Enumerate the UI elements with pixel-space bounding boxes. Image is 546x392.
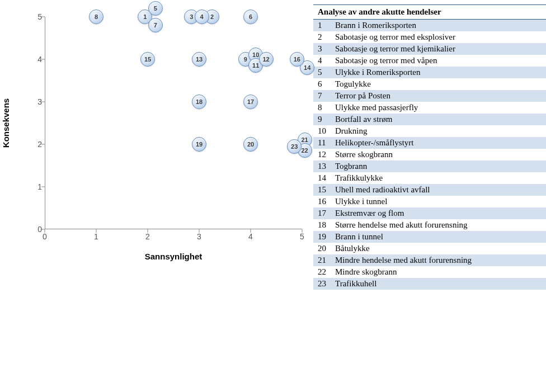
data-point-20: 20: [243, 137, 258, 152]
row-text: Togbrann: [331, 160, 546, 172]
row-num: 1: [313, 20, 331, 32]
row-text: Større hendelse med akutt forurensning: [331, 219, 546, 231]
row-text: Brann i Romeriksporten: [331, 20, 546, 32]
x-tick-label: 0: [43, 232, 47, 241]
data-point-23: 23: [287, 139, 302, 154]
table-header: Analyse av andre akutte hendelser: [313, 5, 546, 20]
x-tick-label: 3: [197, 232, 201, 241]
y-tick-label: 5: [31, 12, 42, 21]
table-row: 16Ulykke i tunnel: [313, 196, 546, 207]
y-tick-label: 3: [31, 97, 42, 106]
x-tick-label: 4: [248, 232, 253, 241]
row-num: 11: [313, 137, 331, 149]
scatter-chart: Konsekvens Sannsynlighet 012345012345123…: [0, 6, 313, 274]
table-row: 6Togulykke: [313, 78, 546, 90]
table-row: 22Mindre skogbrann: [313, 266, 546, 278]
row-num: 21: [313, 254, 331, 266]
row-text: Ulykke med passasjerfly: [331, 102, 546, 114]
row-num: 5: [313, 67, 331, 78]
page-container: Konsekvens Sannsynlighet 012345012345123…: [0, 0, 546, 392]
table-row: 10Drukning: [313, 125, 546, 137]
row-text: Ekstremvær og flom: [331, 207, 546, 219]
row-num: 13: [313, 160, 331, 172]
x-tick-label: 5: [300, 232, 304, 241]
table-row: 2Sabotasje og terror med eksplosiver: [313, 31, 546, 43]
row-text: Sabotasje og terror med kjemikalier: [331, 43, 546, 55]
y-tick-label: 2: [31, 140, 42, 149]
row-text: Uhell med radioaktivt avfall: [331, 184, 546, 196]
row-num: 15: [313, 184, 331, 196]
row-num: 4: [313, 55, 331, 67]
data-point-5: 5: [148, 1, 163, 16]
row-text: Helikopter-/småflystyrt: [331, 137, 546, 149]
row-num: 3: [313, 43, 331, 55]
table-row: 11Helikopter-/småflystyrt: [313, 137, 546, 149]
row-text: Mindre hendelse med akutt forurensning: [331, 254, 546, 266]
x-tick-label: 1: [94, 232, 98, 241]
y-tick-label: 4: [31, 55, 42, 64]
data-point-16: 16: [290, 52, 304, 67]
row-text: Togulykke: [331, 78, 546, 90]
row-text: Trafikkulykke: [331, 172, 546, 184]
legend-table: Analyse av andre akutte hendelser 1Brann…: [313, 4, 546, 290]
legend-table-panel: Analyse av andre akutte hendelser 1Brann…: [313, 4, 546, 392]
data-point-13: 13: [192, 52, 206, 67]
row-text: Mindre skogbrann: [331, 266, 546, 278]
table-row: 5Ulykke i Romeriksporten: [313, 67, 546, 78]
row-text: Sabotasje og terror med eksplosiver: [331, 31, 546, 43]
row-text: Båtulykke: [331, 243, 546, 254]
row-num: 12: [313, 149, 331, 160]
x-tick-label: 2: [145, 232, 150, 241]
row-num: 2: [313, 31, 331, 43]
data-point-17: 17: [243, 95, 258, 109]
data-point-6: 6: [243, 10, 258, 24]
row-text: Bortfall av strøm: [331, 114, 546, 125]
row-text: Terror på Posten: [331, 90, 546, 102]
table-row: 23Trafikkuhell: [313, 278, 546, 290]
table-row: 20Båtulykke: [313, 243, 546, 254]
data-point-8: 8: [89, 10, 103, 24]
row-num: 22: [313, 266, 331, 278]
table-row: 9Bortfall av strøm: [313, 114, 546, 125]
row-num: 9: [313, 114, 331, 125]
row-text: Trafikkuhell: [331, 278, 546, 290]
table-row: 13Togbrann: [313, 160, 546, 172]
row-text: Ulykke i tunnel: [331, 196, 546, 207]
y-axis-label: Konsekvens: [1, 98, 11, 148]
row-num: 17: [313, 207, 331, 219]
row-text: Drukning: [331, 125, 546, 137]
row-num: 7: [313, 90, 331, 102]
row-num: 8: [313, 102, 331, 114]
table-row: 14Trafikkulykke: [313, 172, 546, 184]
row-num: 16: [313, 196, 331, 207]
row-num: 10: [313, 125, 331, 137]
row-num: 6: [313, 78, 331, 90]
row-num: 23: [313, 278, 331, 290]
table-row: 7Terror på Posten: [313, 90, 546, 102]
row-num: 14: [313, 172, 331, 184]
data-point-19: 19: [192, 137, 206, 152]
table-row: 19Brann i tunnel: [313, 231, 546, 243]
table-row: 15Uhell med radioaktivt avfall: [313, 184, 546, 196]
table-body: 1Brann i Romeriksporten2Sabotasje og ter…: [313, 20, 546, 290]
table-row: 8Ulykke med passasjerfly: [313, 102, 546, 114]
table-row: 21Mindre hendelse med akutt forurensning: [313, 254, 546, 266]
row-text: Større skogbrann: [331, 149, 546, 160]
table-row: 18Større hendelse med akutt forurensning: [313, 219, 546, 231]
data-point-7: 7: [148, 18, 163, 32]
row-num: 19: [313, 231, 331, 243]
data-point-12: 12: [259, 52, 274, 67]
table-row: 3Sabotasje og terror med kjemikalier: [313, 43, 546, 55]
table-row: 17Ekstremvær og flom: [313, 207, 546, 219]
row-num: 18: [313, 219, 331, 231]
plot-area: [45, 17, 302, 229]
table-row: 12Større skogbrann: [313, 149, 546, 160]
data-point-4: 4: [195, 10, 209, 24]
y-tick-label: 1: [31, 182, 42, 191]
table-row: 1Brann i Romeriksporten: [313, 20, 546, 32]
row-num: 20: [313, 243, 331, 254]
row-text: Ulykke i Romeriksporten: [331, 67, 546, 78]
data-point-18: 18: [192, 95, 206, 109]
table-row: 4Sabotasje og terror med våpen: [313, 55, 546, 67]
y-tick-label: 0: [31, 225, 42, 234]
